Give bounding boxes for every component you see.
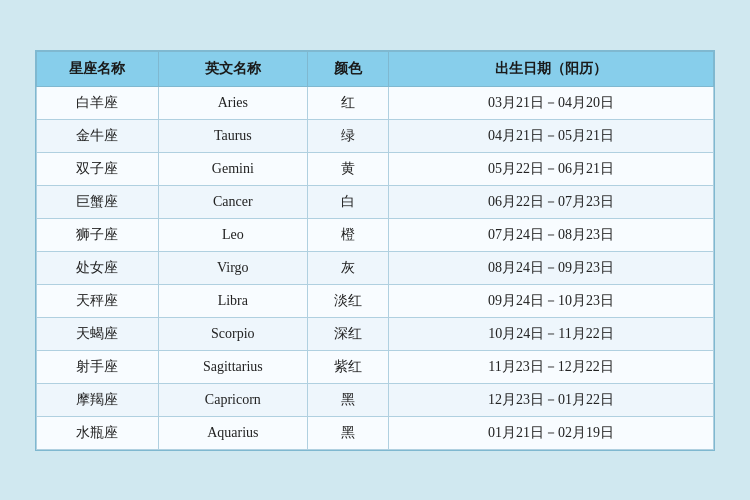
cell-cn: 摩羯座 bbox=[37, 383, 159, 416]
table-row: 天秤座Libra淡红09月24日－10月23日 bbox=[37, 284, 714, 317]
cell-date: 05月22日－06月21日 bbox=[389, 152, 714, 185]
cell-en: Leo bbox=[158, 218, 307, 251]
table-row: 射手座Sagittarius紫红11月23日－12月22日 bbox=[37, 350, 714, 383]
cell-color: 黑 bbox=[307, 416, 388, 449]
cell-en: Aquarius bbox=[158, 416, 307, 449]
table-row: 摩羯座Capricorn黑12月23日－01月22日 bbox=[37, 383, 714, 416]
cell-en: Sagittarius bbox=[158, 350, 307, 383]
cell-color: 灰 bbox=[307, 251, 388, 284]
table-row: 狮子座Leo橙07月24日－08月23日 bbox=[37, 218, 714, 251]
cell-date: 09月24日－10月23日 bbox=[389, 284, 714, 317]
cell-cn: 狮子座 bbox=[37, 218, 159, 251]
cell-color: 淡红 bbox=[307, 284, 388, 317]
header-date: 出生日期（阳历） bbox=[389, 51, 714, 86]
cell-en: Aries bbox=[158, 86, 307, 119]
cell-color: 深红 bbox=[307, 317, 388, 350]
zodiac-table: 星座名称 英文名称 颜色 出生日期（阳历） 白羊座Aries红03月21日－04… bbox=[36, 51, 714, 450]
table-row: 天蝎座Scorpio深红10月24日－11月22日 bbox=[37, 317, 714, 350]
cell-cn: 天蝎座 bbox=[37, 317, 159, 350]
cell-color: 黄 bbox=[307, 152, 388, 185]
cell-date: 06月22日－07月23日 bbox=[389, 185, 714, 218]
cell-color: 黑 bbox=[307, 383, 388, 416]
cell-date: 08月24日－09月23日 bbox=[389, 251, 714, 284]
cell-date: 11月23日－12月22日 bbox=[389, 350, 714, 383]
table-row: 水瓶座Aquarius黑01月21日－02月19日 bbox=[37, 416, 714, 449]
cell-en: Cancer bbox=[158, 185, 307, 218]
cell-date: 04月21日－05月21日 bbox=[389, 119, 714, 152]
cell-cn: 白羊座 bbox=[37, 86, 159, 119]
table-row: 金牛座Taurus绿04月21日－05月21日 bbox=[37, 119, 714, 152]
header-cn: 星座名称 bbox=[37, 51, 159, 86]
cell-color: 橙 bbox=[307, 218, 388, 251]
table-row: 白羊座Aries红03月21日－04月20日 bbox=[37, 86, 714, 119]
cell-date: 10月24日－11月22日 bbox=[389, 317, 714, 350]
cell-cn: 双子座 bbox=[37, 152, 159, 185]
table-row: 处女座Virgo灰08月24日－09月23日 bbox=[37, 251, 714, 284]
cell-color: 白 bbox=[307, 185, 388, 218]
cell-en: Scorpio bbox=[158, 317, 307, 350]
cell-cn: 水瓶座 bbox=[37, 416, 159, 449]
cell-date: 01月21日－02月19日 bbox=[389, 416, 714, 449]
table-row: 巨蟹座Cancer白06月22日－07月23日 bbox=[37, 185, 714, 218]
cell-cn: 巨蟹座 bbox=[37, 185, 159, 218]
cell-color: 绿 bbox=[307, 119, 388, 152]
cell-date: 12月23日－01月22日 bbox=[389, 383, 714, 416]
cell-en: Libra bbox=[158, 284, 307, 317]
table-row: 双子座Gemini黄05月22日－06月21日 bbox=[37, 152, 714, 185]
cell-date: 03月21日－04月20日 bbox=[389, 86, 714, 119]
header-color: 颜色 bbox=[307, 51, 388, 86]
cell-cn: 金牛座 bbox=[37, 119, 159, 152]
cell-cn: 处女座 bbox=[37, 251, 159, 284]
cell-date: 07月24日－08月23日 bbox=[389, 218, 714, 251]
cell-color: 红 bbox=[307, 86, 388, 119]
cell-color: 紫红 bbox=[307, 350, 388, 383]
zodiac-table-container: 星座名称 英文名称 颜色 出生日期（阳历） 白羊座Aries红03月21日－04… bbox=[35, 50, 715, 451]
cell-en: Gemini bbox=[158, 152, 307, 185]
cell-en: Taurus bbox=[158, 119, 307, 152]
header-en: 英文名称 bbox=[158, 51, 307, 86]
cell-en: Virgo bbox=[158, 251, 307, 284]
cell-cn: 射手座 bbox=[37, 350, 159, 383]
cell-cn: 天秤座 bbox=[37, 284, 159, 317]
cell-en: Capricorn bbox=[158, 383, 307, 416]
table-header-row: 星座名称 英文名称 颜色 出生日期（阳历） bbox=[37, 51, 714, 86]
